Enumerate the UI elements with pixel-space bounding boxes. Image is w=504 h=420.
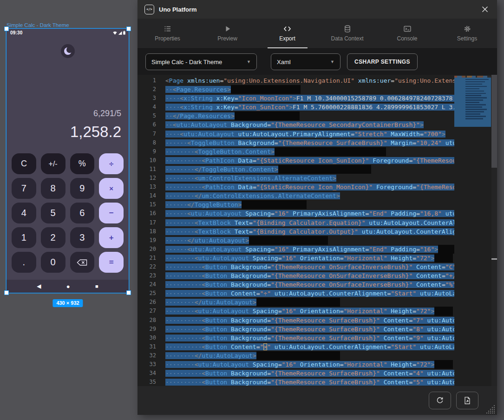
code-line[interactable]: 8······<ToggleButton Background="{ThemeR… [137,138,454,147]
status-time: 09:30 [10,30,23,35]
overview-ruler-marker [491,258,497,260]
key-C[interactable]: C [12,153,36,174]
code-line[interactable]: 18········<TextBlock Text="{Binding Calc… [137,227,454,236]
key-percent[interactable]: % [70,153,95,174]
selection-handle-top-right[interactable] [126,26,131,31]
key-0[interactable]: 0 [41,252,65,273]
tab-preview[interactable]: Preview [197,19,257,48]
code-line[interactable]: 35··········<Button Background="{ThemeRe… [137,378,454,386]
key-minus[interactable]: − [99,203,124,223]
code-line[interactable]: 21········<utu:AutoLayout Spacing="16" O… [137,254,454,262]
code-line[interactable]: 17········<TextBlock Text="{Binding Calc… [137,218,454,227]
tab-settings[interactable]: Settings [437,19,497,48]
code-line[interactable]: 33········<utu:AutoLayout Spacing="16" O… [137,360,454,369]
window-title: Uno Platform [159,6,197,13]
tab-properties[interactable]: Properties [137,19,197,48]
code-line[interactable]: 4····<x:String x:Key="Icon_SunIcon">F1 M… [137,103,454,112]
terminal-icon [404,25,411,33]
phone-frame[interactable]: 09:30 6,291/5 1,258.2 C+/-%÷789×456−123+… [7,29,129,293]
minimap-selection-block [454,78,491,127]
code-line[interactable]: 16······<utu:AutoLayout Spacing="16" Pri… [137,209,454,218]
theme-toggle-button[interactable] [61,44,75,58]
key-4[interactable]: 4 [12,203,36,223]
code-line[interactable]: 6··<utu:AutoLayout Background="{ThemeRes… [137,120,454,129]
key-8[interactable]: 8 [41,178,65,199]
key-multiply[interactable]: × [99,178,124,199]
minimap[interactable] [454,75,491,386]
key-plusslashminus[interactable]: +/- [41,153,65,174]
code-line[interactable]: 34··········<Button Background="{ThemeRe… [137,369,454,378]
code-line[interactable]: 29··········<Button Background="{ThemeRe… [137,325,454,334]
editor-scrollbar-thumb[interactable] [491,75,497,168]
code-line[interactable]: 10··········<PathIcon Data="{StaticResou… [137,156,454,165]
code-line[interactable]: 23··········<Button Background="{ThemeRe… [137,271,454,280]
key-6[interactable]: 6 [70,203,95,223]
format-dropdown[interactable]: Xaml ▼ [271,53,340,70]
key-3[interactable]: 3 [70,227,95,248]
selection-handle-bottom-left[interactable] [4,290,9,295]
code-line[interactable]: 13··········<PathIcon Data="{StaticResou… [137,183,454,191]
line-number: 10 [137,156,165,165]
recents-square-icon[interactable]: ■ [95,284,98,289]
code-line[interactable]: 3····<x:String x:Key="Icon_MoonIcon">F1 … [137,94,454,103]
code-line[interactable]: 27········<utu:AutoLayout Spacing="16" O… [137,307,454,315]
code-line[interactable]: 22··········<Button Background="{ThemeRe… [137,262,454,271]
key-1[interactable]: 1 [12,227,36,248]
frame-size-badge: 430 × 932 [52,299,83,307]
selection-handle-bottom-right[interactable] [126,290,131,295]
code-line[interactable]: 15······</ToggleButton> [137,200,454,209]
code-line[interactable]: 32········</utu:AutoLayout> [137,351,454,360]
line-number: 14 [137,191,165,200]
csharp-settings-button[interactable]: CSHARP SETTINGS [347,53,418,70]
code-line[interactable]: 31··········<Button Content="×" utu:Auto… [137,342,454,351]
key-plus[interactable]: + [99,227,124,248]
close-icon[interactable] [480,4,490,14]
code-line[interactable]: 9········<ToggleButton.Content> [137,147,454,156]
wifi-icon [113,31,117,35]
home-circle-icon[interactable]: ● [66,283,70,289]
tab-console[interactable]: Console [377,19,437,48]
key-divide[interactable]: ÷ [99,153,124,174]
frame-label[interactable]: Simple Calc - Dark Theme [7,22,69,28]
database-icon [344,25,351,33]
resize-grip[interactable] [485,404,495,414]
gear-icon [464,25,471,33]
code-line[interactable]: 2··<Page.Resources> [137,85,454,94]
editor-scrollbar[interactable] [491,75,497,386]
key-7[interactable]: 7 [12,178,36,199]
key-9[interactable]: 9 [70,178,95,199]
code-lines[interactable]: 1<Page xmlns:uen="using:Uno.Extensions.N… [137,76,454,386]
tab-data-context[interactable]: Data Context [317,19,377,48]
line-number: 32 [137,351,165,360]
code-line[interactable]: 14········</um:ControlExtensions.Alterna… [137,191,454,200]
phone-status-bar: 09:30 [10,30,125,35]
code-line[interactable]: 1<Page xmlns:uen="using:Uno.Extensions.N… [137,76,454,85]
code-line[interactable]: 7····<utu:AutoLayout utu:AutoLayout.Prim… [137,130,454,138]
code-line[interactable]: 12········<um:ControlExtensions.Alternat… [137,174,454,183]
key-equals[interactable]: = [99,252,124,273]
window-title-bar[interactable]: </> Uno Platform [137,0,497,19]
code-line[interactable]: 26········</utu:AutoLayout> [137,298,454,307]
code-line[interactable]: 11········</ToggleButton.Content> [137,165,454,174]
chevron-down-icon: ▼ [330,59,334,64]
key-5[interactable]: 5 [41,203,65,223]
key-2[interactable]: 2 [41,227,65,248]
theme-dropdown[interactable]: Simple Calc - Dark Theme ▼ [145,53,257,70]
back-triangle-icon[interactable]: ◀ [37,283,41,289]
export-file-button[interactable] [456,392,478,409]
code-line[interactable]: 30··········<Button Background="{ThemeRe… [137,334,454,342]
code-line[interactable]: 25··········<Button Content="÷" utu:Auto… [137,289,454,298]
selection-handle-top-left[interactable] [4,26,9,31]
tab-label: Settings [457,35,477,42]
line-number: 20 [137,245,165,254]
code-line[interactable]: 24··········<Button Background="{ThemeRe… [137,280,454,289]
tab-export[interactable]: Export [257,19,317,48]
code-line[interactable]: 5··</Page.Resources> [137,112,454,120]
refresh-button[interactable] [429,392,451,409]
key-backspace[interactable] [70,252,95,273]
code-line[interactable]: 20······<utu:AutoLayout Spacing="16" Pri… [137,245,454,254]
code-editor[interactable]: 1<Page xmlns:uen="using:Uno.Extensions.N… [137,75,497,386]
key-dot[interactable]: . [12,252,36,273]
code-line[interactable]: 28··········<Button Background="{ThemeRe… [137,316,454,325]
code-line[interactable]: 19······</utu:AutoLayout> [137,236,454,245]
